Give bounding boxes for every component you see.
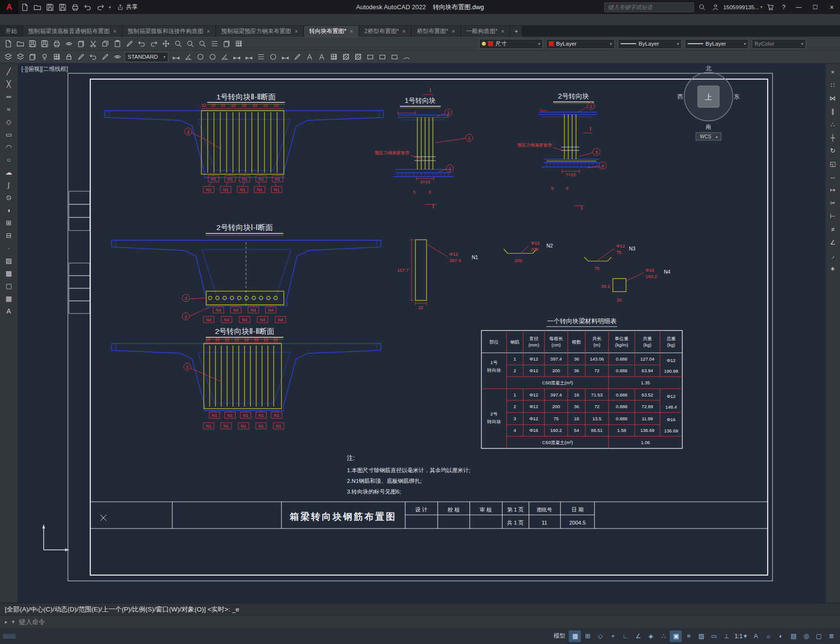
layer-lock-button[interactable] xyxy=(63,51,75,63)
construction-line-tool-button[interactable]: ╳ xyxy=(2,78,15,89)
linetype-combo[interactable]: ByLayer ▾ xyxy=(618,39,682,49)
menu-item[interactable] xyxy=(83,19,92,21)
menu-item[interactable] xyxy=(75,19,83,21)
selection-cycling-toggle[interactable]: ▭ xyxy=(708,630,720,642)
layer-combo[interactable]: 尺寸 ▾ xyxy=(479,39,543,49)
rotate-tool-button[interactable]: ↻ xyxy=(826,145,839,156)
ellipse-arc-tool-button[interactable]: ◖ xyxy=(2,204,15,215)
region-tool-button[interactable]: ▢ xyxy=(2,280,15,291)
menu-item[interactable] xyxy=(110,19,118,21)
plot-button[interactable] xyxy=(50,38,63,50)
arc-tool-button[interactable]: ◠ xyxy=(2,141,15,152)
plot-style-combo[interactable]: ByColor ▾ xyxy=(752,39,806,49)
zoom-realtime-button[interactable] xyxy=(172,38,184,50)
layout-tab-1[interactable] xyxy=(16,634,28,639)
stretch-tool-button[interactable]: ↔ xyxy=(826,171,839,182)
dim-radius-button[interactable] xyxy=(194,51,206,63)
dim-aligned-button[interactable] xyxy=(182,51,194,63)
maximize-button[interactable]: ☐ xyxy=(808,0,823,14)
annotation-scale-button[interactable]: 1:1 ▾ xyxy=(733,630,749,642)
tab-close-icon[interactable]: × xyxy=(350,28,353,35)
menu-item[interactable] xyxy=(31,19,40,21)
move-tool-button[interactable]: ┼ xyxy=(826,132,839,143)
undo-button[interactable] xyxy=(135,38,148,50)
command-input[interactable]: ▸ ▾ 键入命令 xyxy=(0,615,840,628)
save-as-button[interactable] xyxy=(56,1,69,14)
menu-item[interactable] xyxy=(92,19,101,21)
ortho-mode-toggle[interactable]: ∟ xyxy=(619,630,631,642)
tab-doc-5[interactable]: 2桥型布置图* × xyxy=(359,26,412,37)
circle-tool-button[interactable]: ○ xyxy=(2,154,15,165)
menu-item[interactable] xyxy=(14,19,22,21)
mtext-tool-button[interactable]: A xyxy=(2,305,15,316)
insert-block-tool-button[interactable]: ⊞ xyxy=(2,217,15,228)
match-properties-button[interactable] xyxy=(123,38,135,50)
zoom-previous-button[interactable] xyxy=(196,38,208,50)
hatch-tool-button[interactable]: ▨ xyxy=(2,255,15,266)
mtext-button[interactable] xyxy=(303,51,315,63)
grid-display-toggle[interactable]: ▦ xyxy=(569,630,581,642)
menu-item[interactable] xyxy=(5,19,14,21)
sign-in-button[interactable] xyxy=(709,1,721,13)
lineweight-display-toggle[interactable]: ≡ xyxy=(682,630,694,642)
autocad-logo-icon[interactable]: A xyxy=(0,0,18,14)
tab-close-icon[interactable]: × xyxy=(113,28,116,35)
search-button[interactable] xyxy=(696,1,708,13)
lineweight-combo[interactable]: ByLayer ▾ xyxy=(685,39,749,49)
mirror-tool-button[interactable]: ⋈ xyxy=(826,93,839,104)
app-store-button[interactable] xyxy=(764,1,776,13)
layer-walk-button[interactable] xyxy=(111,51,123,63)
annotation-monitor-toggle[interactable]: ◐ xyxy=(774,630,787,642)
viewport-controls[interactable]: [-][俯视][二维线框] xyxy=(21,66,68,72)
clean-screen-button[interactable]: ▢ xyxy=(812,630,824,642)
dynamic-ucs-toggle[interactable]: ⊥ xyxy=(720,630,732,642)
tab-doc-7[interactable]: 一般构造图* × xyxy=(461,26,511,37)
quick-dim-button[interactable] xyxy=(231,51,243,63)
search-input[interactable] xyxy=(604,2,694,12)
quick-properties-toggle[interactable]: ▤ xyxy=(787,630,799,642)
user-id[interactable]: 1505999135...▾ xyxy=(723,4,762,10)
tab-start[interactable]: 开始 xyxy=(0,26,23,37)
command-options-icon[interactable]: ▸ xyxy=(5,619,8,625)
wipeout-button[interactable] xyxy=(388,51,400,63)
tab-doc-2[interactable]: 预制箱梁腹板和连接件构造图 × xyxy=(122,26,216,37)
dim-angular-button[interactable] xyxy=(218,51,231,63)
isometric-drafting-toggle[interactable]: ◈ xyxy=(644,630,657,642)
help-button[interactable]: ? xyxy=(778,1,790,13)
spline-tool-button[interactable]: ∫ xyxy=(2,179,15,190)
layer-properties-button[interactable] xyxy=(2,51,14,63)
snap-mode-toggle[interactable]: ⊞ xyxy=(581,630,593,642)
isolate-objects-button[interactable]: ◎ xyxy=(800,630,812,642)
scale-tool-button[interactable]: ◱ xyxy=(826,158,839,169)
save-as-button[interactable] xyxy=(38,38,50,50)
dim-edit-button[interactable] xyxy=(279,51,291,63)
polyline-tool-button[interactable]: ≈ xyxy=(2,103,15,115)
annotation-visibility-toggle[interactable]: A xyxy=(749,630,761,642)
menu-item[interactable] xyxy=(22,19,31,21)
new-layout-button[interactable] xyxy=(41,634,53,639)
explode-tool-button[interactable]: ∗ xyxy=(826,263,839,274)
chamfer-tool-button[interactable]: ∠ xyxy=(826,237,839,248)
multiline-tool-button[interactable]: ═ xyxy=(2,91,15,102)
extend-tool-button[interactable]: ⊢ xyxy=(826,211,839,222)
make-current-layer-button[interactable] xyxy=(75,51,87,63)
tolerance-button[interactable] xyxy=(255,51,267,63)
transparency-toggle[interactable]: ▨ xyxy=(695,630,707,642)
pan-button[interactable] xyxy=(160,38,172,50)
object-snap-toggle[interactable]: ▣ xyxy=(670,630,682,642)
revision-cloud-tool-button[interactable]: ☁ xyxy=(2,166,15,178)
layer-filter-button[interactable] xyxy=(14,51,26,63)
dim-diameter-button[interactable] xyxy=(206,51,218,63)
quick-access-chevron-icon[interactable]: ▾ xyxy=(107,5,113,10)
viewcube[interactable]: 上 北 南 西 东 WCS ▾ xyxy=(677,65,740,140)
redo-button[interactable] xyxy=(94,1,107,14)
polar-tracking-toggle[interactable]: ∠ xyxy=(632,630,644,642)
multileader-button[interactable] xyxy=(243,51,255,63)
dim-linear-button[interactable] xyxy=(170,51,182,63)
save-button[interactable] xyxy=(26,38,38,50)
command-chevron-icon[interactable]: ▾ xyxy=(12,619,15,625)
array-tool-button[interactable]: ∴ xyxy=(826,119,839,130)
layer-freeze-button[interactable] xyxy=(50,51,63,63)
rectangle-tool-button[interactable]: ▭ xyxy=(2,129,15,140)
match-layer-button[interactable] xyxy=(99,51,111,63)
